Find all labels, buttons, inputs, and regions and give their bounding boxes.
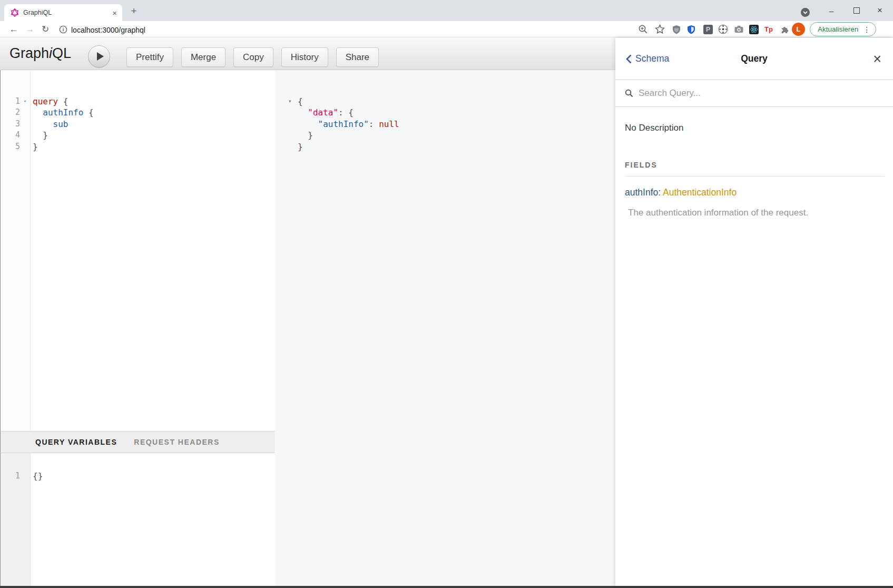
field-name-link[interactable]: authInfo [625,187,658,198]
query-editor-code[interactable]: query { authInfo { sub }} [31,70,94,431]
query-editor[interactable]: 1▾2345 query { authInfo { sub }} [0,70,275,431]
fields-section-header: FIELDS [625,161,885,177]
doc-close-icon[interactable]: × [873,52,881,66]
crosshair-extension-icon[interactable] [717,21,729,37]
doc-explorer-contents: No Description FIELDS authInfo: Authenti… [615,123,893,218]
fold-gutter-spacer [20,471,30,482]
line-number: 1 [15,96,20,107]
download-status-icon[interactable] [801,8,810,17]
variables-editor-gutter: 1 [1,453,31,586]
window-close-button[interactable]: × [871,0,889,21]
react-devtools-icon[interactable] [748,21,760,37]
tab-close-icon[interactable]: × [112,9,117,17]
graphiql-logo: GraphiQL [9,45,71,62]
variables-editor-code[interactable]: {} [31,453,43,586]
update-label: Aktualisieren [818,25,858,33]
field-item: authInfo: AuthenticationInfo [625,187,885,198]
extensions-puzzle-icon[interactable] [778,21,791,37]
browser-tab-graphiql[interactable]: GraphiQL × [4,4,122,21]
code-line: } [298,141,399,152]
prettify-button[interactable]: Prettify [126,47,173,67]
maximize-icon [853,7,860,14]
copy-button[interactable]: Copy [233,47,273,67]
search-icon [625,89,633,97]
line-number: 4 [15,130,20,141]
reload-button[interactable]: ↻ [38,21,53,37]
history-button[interactable]: History [281,47,328,67]
screenshot-camera-icon[interactable] [732,21,745,37]
profile-avatar[interactable]: L [792,23,805,36]
chrome-update-button[interactable]: Aktualisieren ⋮ [810,22,876,36]
code-line: {} [33,471,43,482]
new-tab-button[interactable]: + [127,5,140,17]
response-viewer: ▾ { "data": { "authInfo": null }} [275,70,615,586]
site-info-icon[interactable] [56,21,71,37]
chrome-menu-icon[interactable]: ⋮ [863,25,870,34]
field-separator: : [658,187,663,198]
fold-gutter-spacer [20,130,30,141]
merge-button[interactable]: Merge [181,47,225,67]
tp-extension-icon[interactable]: Tp [762,21,775,37]
forward-button[interactable]: → [22,21,37,37]
chevron-down-icon [803,11,808,14]
bookmark-star-icon[interactable] [653,21,666,37]
code-line: } [33,141,94,152]
ublock-shield-icon[interactable] [670,21,683,37]
line-number: 5 [15,141,20,152]
tab-query-variables[interactable]: QUERY VARIABLES [35,438,117,446]
share-button[interactable]: Share [336,47,379,67]
fold-gutter-spacer [20,141,30,152]
type-description: No Description [625,123,885,133]
line-number: 1 [15,471,20,482]
doc-explorer: Schema Query × No Description FIELDS aut… [615,38,893,586]
field-description: The authentication information of the re… [625,208,885,218]
type-name-link[interactable]: AuthenticationInfo [663,187,737,198]
fields-list: authInfo: AuthenticationInfoThe authenti… [625,187,885,218]
doc-explorer-header: Schema Query × [615,38,893,80]
doc-explorer-title: Query [615,53,893,64]
graphiql-toolbar-buttons: PrettifyMergeCopyHistoryShare [126,47,379,67]
tab-strip: GraphiQL × + – × [0,0,893,21]
code-line: } [33,130,94,141]
execute-query-button[interactable] [88,45,110,67]
query-editor-gutter: 1▾2345 [1,70,31,431]
response-viewer-code: { "data": { "authInfo": null }} [298,96,399,152]
back-button[interactable]: ← [6,21,21,37]
fold-toggle-icon[interactable]: ▾ [20,96,30,107]
code-line: } [298,130,399,141]
query-variables-editor[interactable]: 1 {} [0,453,275,586]
p-extension-icon[interactable]: P [702,21,714,37]
window-maximize-button[interactable] [848,0,866,21]
code-line: { [298,96,399,107]
line-number: 3 [15,119,20,130]
zoom-indicator-icon[interactable] [636,21,649,37]
fold-toggle-icon[interactable]: ▾ [289,96,291,107]
code-line: query { [33,96,94,107]
play-icon [97,52,104,61]
window-minimize-button[interactable]: – [822,0,840,21]
fold-gutter-spacer [20,107,30,118]
tab-title: GraphiQL [23,9,112,16]
browser-window: GraphiQL × + – × ← → ↻ L Aktualisieren ⋮… [0,0,893,588]
tab-request-headers[interactable]: REQUEST HEADERS [134,438,220,446]
code-line: "authInfo": null [298,119,399,130]
code-line: "data": { [298,107,399,118]
doc-search-input[interactable] [637,87,861,99]
bitwarden-shield-icon[interactable] [685,21,698,37]
secondary-editor-titlebar: QUERY VARIABLES REQUEST HEADERS [0,431,275,453]
doc-search-box [615,80,893,107]
code-line: authInfo { [33,107,94,118]
address-bar-input[interactable] [70,21,367,38]
code-line: sub [33,119,94,130]
line-number: 2 [15,107,20,118]
fold-gutter-spacer [20,119,30,130]
graphql-favicon-icon [11,8,19,17]
taskbar-edge [0,586,893,588]
